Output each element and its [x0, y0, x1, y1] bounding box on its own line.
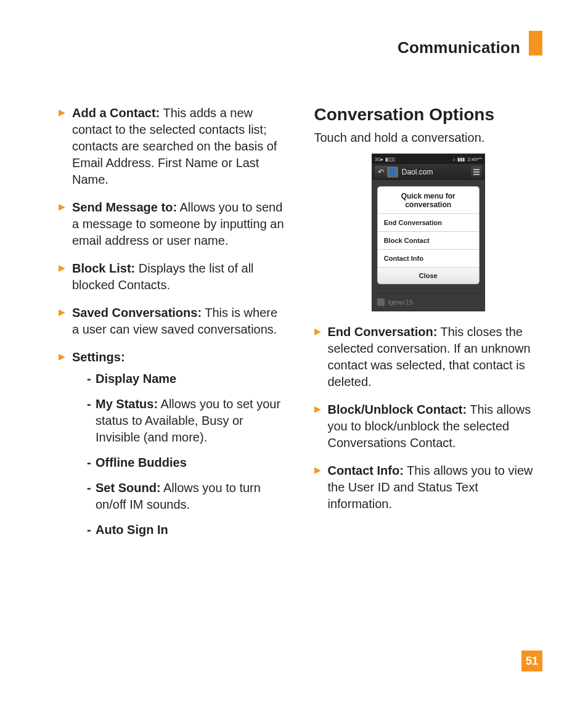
left-bullet-list: Add a Contact: This adds a new contact t… [59, 105, 287, 538]
item-label: End Conversation: [328, 325, 438, 339]
menu-item-contact-info[interactable]: Contact Info [378, 250, 479, 268]
list-item: Send Message to: Allows you to send a me… [59, 199, 287, 249]
quick-menu-title-line1: Quick menu for [401, 192, 455, 200]
sub-item: Offline Buddies [87, 454, 287, 471]
list-item-settings: Settings: Display Name My Status: Allows… [59, 349, 287, 538]
header-accent-tab [529, 31, 542, 55]
phone-title: Daol.com [398, 168, 471, 176]
avatar-icon: 👤 [387, 166, 398, 178]
list-item: Block List: Displays the list of all blo… [59, 260, 287, 293]
menu-item-end-conversation[interactable]: End Conversation [378, 214, 479, 232]
page-number: 51 [521, 651, 542, 671]
settings-sublist: Display Name My Status: Allows you to se… [72, 371, 287, 538]
item-label: Send Message to: [72, 200, 177, 214]
right-column: Conversation Options Touch and hold a co… [314, 105, 543, 549]
conversation-options-intro: Touch and hold a conversation. [314, 131, 543, 145]
conversation-row: lgewv15 [372, 293, 484, 311]
item-label: Contact Info: [328, 464, 404, 477]
phone-screenshot-figure: 3G▸ ▮▯▯▯ ♪ ▮▮▮ 2:48ᵖᵐ ↶ 👤 Daol.com [314, 154, 543, 311]
sub-label: Offline Buddies [96, 456, 187, 469]
conversation-name: lgewv15 [388, 298, 413, 306]
list-item: Contact Info: This allows you to view th… [314, 462, 543, 512]
sub-item: Auto Sign In [87, 522, 287, 538]
status-sound-icon: ♪ [452, 157, 455, 162]
mini-avatar-icon [377, 298, 385, 306]
quick-menu-card: Quick menu for conversation End Conversa… [377, 186, 480, 284]
phone-frame: 3G▸ ▮▯▯▯ ♪ ▮▮▮ 2:48ᵖᵐ ↶ 👤 Daol.com [372, 154, 485, 311]
list-item: Add a Contact: This adds a new contact t… [59, 105, 287, 188]
list-item: Block/Unblock Contact: This allows you t… [314, 401, 543, 451]
menu-icon[interactable] [471, 166, 482, 178]
sub-label: Display Name [96, 372, 176, 385]
conversation-options-heading: Conversation Options [314, 105, 543, 125]
sub-label: My Status: [96, 397, 158, 411]
phone-status-bar: 3G▸ ▮▯▯▯ ♪ ▮▮▮ 2:48ᵖᵐ [372, 154, 484, 164]
quick-menu-title: Quick menu for conversation [378, 187, 479, 214]
item-label: Block List: [72, 261, 135, 275]
menu-item-block-contact[interactable]: Block Contact [378, 232, 479, 250]
phone-header: ↶ 👤 Daol.com [372, 164, 484, 180]
item-label: Settings: [72, 350, 125, 364]
quick-menu-title-line2: conversation [405, 200, 451, 209]
sub-item: My Status: Allows you to set your status… [87, 396, 287, 446]
left-column: Add a Contact: This adds a new contact t… [59, 105, 287, 549]
list-item: End Conversation: This closes the select… [314, 324, 543, 390]
phone-overlay-area: Quick menu for conversation End Conversa… [372, 180, 484, 293]
sub-item: Display Name [87, 371, 287, 387]
status-battery-icon: ▮▮▮ [457, 157, 465, 162]
content-columns: Add a Contact: This adds a new contact t… [59, 105, 542, 549]
menu-close-button[interactable]: Close [378, 268, 479, 284]
status-signal-text: 3G▸ ▮▯▯▯ [375, 157, 395, 162]
back-button[interactable]: ↶ [375, 166, 387, 178]
item-label: Add a Contact: [72, 106, 160, 120]
sub-label: Auto Sign In [96, 523, 168, 536]
sub-label: Set Sound: [96, 481, 161, 495]
right-bullet-list: End Conversation: This closes the select… [314, 324, 543, 512]
item-label: Saved Conversations: [72, 306, 202, 319]
section-header: Communication [398, 38, 520, 57]
list-item: Saved Conversations: This is where a use… [59, 305, 287, 338]
item-label: Block/Unblock Contact: [328, 403, 467, 416]
sub-item: Set Sound: Allows you to turn on/off IM … [87, 480, 287, 513]
status-time: 2:48ᵖᵐ [467, 157, 482, 162]
